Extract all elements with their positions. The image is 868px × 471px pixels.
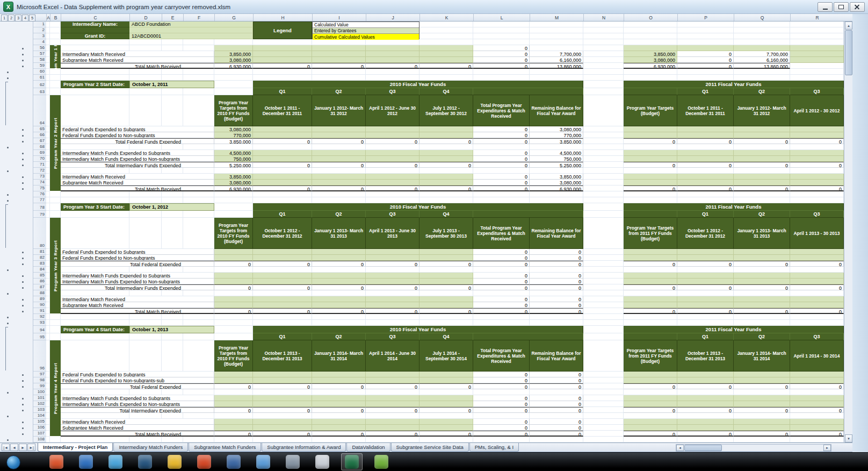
cell-H99[interactable]: 0: [253, 383, 312, 389]
cell-P56[interactable]: [677, 45, 734, 51]
row-header-65[interactable]: 65: [33, 126, 46, 132]
cell-F83[interactable]: [183, 261, 214, 267]
cell-O67[interactable]: 0: [624, 138, 677, 144]
row-label[interactable]: Subgrantee Match Received: [61, 180, 214, 185]
cell-K101[interactable]: [419, 395, 473, 401]
column-header-I[interactable]: I: [312, 14, 366, 21]
scroll-right-icon[interactable]: ►: [823, 445, 831, 451]
outline-dot[interactable]: [22, 410, 24, 411]
cell-G90[interactable]: [214, 302, 253, 308]
cell-Q98[interactable]: [734, 377, 790, 383]
row-header-92[interactable]: 92: [33, 314, 46, 320]
close-button[interactable]: [850, 2, 865, 12]
scroll-down-icon[interactable]: ▼: [845, 434, 852, 443]
cell-R82[interactable]: [790, 255, 844, 261]
cell-K82[interactable]: [419, 255, 473, 261]
cell-G75[interactable]: 6,930,000: [214, 185, 253, 191]
row-label[interactable]: Intermediary Match Received: [61, 296, 214, 302]
cell-M85[interactable]: 0: [530, 273, 583, 279]
cell-H89[interactable]: [253, 296, 312, 302]
cell-G59[interactable]: 6,930,000: [214, 63, 253, 69]
cell-K86[interactable]: [419, 279, 473, 284]
cell-M89[interactable]: 0: [530, 296, 583, 302]
outline-dot[interactable]: [22, 398, 24, 399]
restore-button[interactable]: [834, 2, 849, 12]
cell-I58[interactable]: [312, 57, 366, 63]
cell-K90[interactable]: [419, 302, 473, 308]
cell-P86[interactable]: [677, 279, 734, 284]
cell-Q57[interactable]: 7,700,000: [734, 51, 790, 57]
column-title[interactable]: April 1 2014 - 30 2014: [790, 340, 844, 372]
cell-J86[interactable]: [366, 279, 419, 284]
scroll-up-icon[interactable]: ▲: [845, 22, 852, 30]
row-label[interactable]: Intermediary Match Funds Expended to Non…: [61, 279, 214, 284]
cell-I71[interactable]: 0: [312, 162, 366, 168]
column-title[interactable]: October 1 2013 - December 31 2013: [677, 340, 734, 372]
cell-L99[interactable]: 0: [473, 383, 530, 389]
cell-L106[interactable]: 0: [473, 425, 530, 431]
cell-I89[interactable]: [312, 296, 366, 302]
horizontal-scrollbar[interactable]: ◄ ►: [676, 444, 831, 452]
cell-O82[interactable]: [624, 255, 677, 261]
taskbar-app-icon[interactable]: [227, 455, 241, 469]
cell-J101[interactable]: [366, 395, 419, 401]
column-title[interactable]: July 1 2013 - September 30 2013: [419, 218, 473, 249]
sheet-tab-intermediary-project-plan[interactable]: Intermediary - Project Plan: [38, 443, 113, 452]
cell-M105[interactable]: 0: [530, 419, 583, 425]
cell-K91[interactable]: 0: [419, 308, 473, 314]
cell-M65[interactable]: 3,080,000: [530, 126, 583, 132]
cell-H106[interactable]: [253, 425, 312, 431]
cell-I81[interactable]: [312, 249, 366, 255]
cell-M73[interactable]: 3,850,000: [530, 174, 583, 180]
cell-P59[interactable]: 0: [677, 63, 734, 69]
cell-O57[interactable]: 3,850,000: [624, 51, 677, 57]
cell-M107[interactable]: 0: [530, 431, 583, 437]
cell-K107[interactable]: 0: [419, 431, 473, 437]
row-header-66[interactable]: 66: [33, 132, 46, 138]
cell-H87[interactable]: 0: [253, 284, 312, 290]
outline-dot[interactable]: [22, 141, 24, 142]
outline-dot[interactable]: [22, 54, 24, 55]
cell-G101[interactable]: [214, 395, 253, 401]
cell-K102[interactable]: [419, 401, 473, 407]
cell-Q82[interactable]: [734, 255, 790, 261]
cell-I97[interactable]: [312, 372, 366, 377]
cell-O106[interactable]: [624, 425, 677, 431]
column-title[interactable]: Total Program Year Expenditures & Match …: [473, 340, 530, 372]
cell-G70[interactable]: 750,000: [214, 156, 253, 162]
row-label[interactable]: Federal Funds Expended to Subgrants: [61, 372, 214, 377]
cell-L74[interactable]: 0: [473, 180, 530, 185]
cell-K56[interactable]: [419, 45, 473, 51]
cell-Q73[interactable]: [734, 174, 790, 180]
cell-H69[interactable]: [253, 150, 312, 156]
column-header-Q[interactable]: Q: [734, 14, 790, 21]
cell-M66[interactable]: 770,000: [530, 132, 583, 138]
cell-I99[interactable]: 0: [312, 383, 366, 389]
cell-R97[interactable]: [790, 372, 844, 377]
column-title[interactable]: October 1 2013 - December 31 2013: [253, 340, 312, 372]
column-title[interactable]: April 1 2013 - 30 2013: [790, 218, 844, 249]
cell-F67[interactable]: [183, 138, 214, 144]
cell-Q66[interactable]: [734, 132, 790, 138]
cell-O70[interactable]: [624, 156, 677, 162]
row-label[interactable]: Intermediary Match Funds Expended to Non…: [61, 401, 214, 407]
titlebar[interactable]: X Microsoft Excel - Data Supplement with…: [0, 0, 868, 14]
column-header-C[interactable]: C: [61, 14, 129, 21]
cell-H66[interactable]: [253, 132, 312, 138]
cell-K83[interactable]: 0: [419, 261, 473, 267]
cell-J67[interactable]: 0: [366, 138, 419, 144]
row-header-83[interactable]: 83: [33, 261, 46, 267]
row-header-82[interactable]: 82: [33, 255, 46, 261]
cell-I85[interactable]: [312, 273, 366, 279]
section-start-label[interactable]: Program Year 4 Start Date:: [61, 326, 129, 333]
cell-I56[interactable]: [312, 45, 366, 51]
cell-J74[interactable]: [366, 180, 419, 185]
cell-L67[interactable]: 0: [473, 138, 530, 144]
cell-Q85[interactable]: [734, 273, 790, 279]
outline-level-button-1[interactable]: 1: [1, 15, 8, 22]
quarter-label[interactable]: Q2: [312, 333, 366, 340]
cell-O86[interactable]: [624, 279, 677, 284]
row-header-90[interactable]: 90: [33, 302, 46, 308]
row-header-104[interactable]: 104: [33, 413, 46, 419]
row-header-95[interactable]: 95: [33, 333, 46, 340]
